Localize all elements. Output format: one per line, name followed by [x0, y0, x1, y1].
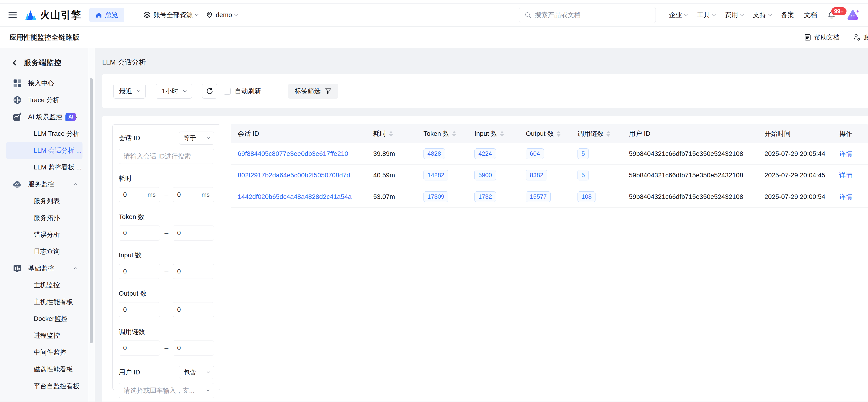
sidebar-item-llm-trace-analysis[interactable]: LLM Trace 分析 — [6, 125, 83, 142]
sidebar-scrollbar-thumb[interactable] — [90, 78, 93, 343]
range-separator: – — [163, 306, 170, 314]
col-header-output[interactable]: Output 数 — [519, 129, 570, 138]
chains-min-input[interactable] — [123, 344, 156, 352]
output-tag[interactable]: 15577 — [526, 191, 551, 202]
account-resources-dropdown[interactable]: 账号全部资源 — [143, 10, 198, 20]
auto-refresh-group: 自动刷新 — [224, 87, 261, 96]
detail-link[interactable]: 详情 — [839, 150, 852, 157]
tokens-tag[interactable]: 4828 — [424, 148, 445, 159]
menu-support[interactable]: 支持 — [753, 10, 771, 20]
sidebar-item-platform-self-monitoring-dashboard[interactable]: 平台自监控看板 — [6, 378, 83, 395]
sidebar-item-trace-analysis[interactable]: Trace 分析 — [6, 92, 83, 109]
output-min-input[interactable] — [123, 306, 156, 313]
overview-button[interactable]: 总览 — [89, 8, 124, 22]
refresh-button[interactable] — [202, 84, 217, 99]
token-min-input[interactable] — [123, 229, 156, 237]
session-id-search-input[interactable] — [119, 149, 214, 164]
token-max-input[interactable] — [177, 229, 210, 237]
sidebar-item-middleware-monitoring[interactable]: 中间件监控 — [6, 344, 83, 361]
chevron-up-icon[interactable] — [73, 183, 77, 186]
start-time-cell: 2025-07-29 20:05:44 — [757, 150, 832, 157]
time-mode-select[interactable]: 最近 — [113, 84, 146, 99]
trace-icon — [12, 95, 22, 105]
layers-icon — [143, 11, 151, 19]
input-tag[interactable]: 4224 — [474, 148, 496, 159]
input-min-input[interactable] — [123, 268, 156, 275]
menu-enterprise[interactable]: 企业 — [669, 10, 687, 20]
menu-filing[interactable]: 备案 — [781, 10, 794, 20]
col-header-tokens[interactable]: Token 数 — [416, 129, 467, 138]
chains-tag[interactable]: 5 — [578, 170, 589, 181]
sidebar-item-llm-dashboard[interactable]: LLM 监控看板 ... — [6, 159, 83, 176]
sidebar-item-ai-scene-monitoring[interactable]: AI 场景监控 AI — [6, 109, 83, 125]
sidebar-item-access-center[interactable]: 接入中心 — [6, 75, 83, 92]
sidebar-item-docker-monitoring[interactable]: Docker监控 — [6, 310, 83, 327]
output-tag[interactable]: 8382 — [526, 170, 547, 181]
chains-tag[interactable]: 108 — [578, 191, 595, 202]
sort-icon[interactable] — [452, 131, 456, 137]
sort-icon[interactable] — [607, 131, 610, 137]
time-range-select[interactable]: 1小时 — [156, 84, 192, 99]
help-docs-link[interactable]: 帮助文档 — [804, 33, 839, 41]
tokens-tag[interactable]: 17309 — [424, 191, 448, 202]
sidebar-item-basic-monitoring[interactable]: 基础监控 — [6, 260, 83, 277]
chains-max-input[interactable] — [177, 344, 210, 352]
user-avatar[interactable] — [846, 8, 860, 22]
account-permissions-link[interactable]: 账号权限 — [853, 33, 868, 41]
session-id-link[interactable]: 1442df020b65dc4a48a4828d2c41a54a — [238, 193, 351, 200]
sort-icon[interactable] — [557, 131, 560, 137]
sidebar-item-process-monitoring[interactable]: 进程监控 — [6, 327, 83, 344]
menu-docs[interactable]: 文档 — [804, 10, 817, 20]
brand-logo[interactable]: 火山引擎 — [25, 8, 81, 22]
chevron-down-icon — [235, 12, 238, 16]
input-filter-label: Input 数 — [119, 251, 214, 260]
chevron-up-icon[interactable] — [73, 267, 77, 271]
sidebar: 服务端监控 接入中心 — [0, 48, 95, 402]
chains-tag[interactable]: 5 — [578, 148, 589, 159]
tag-filter-button[interactable]: 标签筛选 — [288, 84, 338, 99]
global-search[interactable] — [519, 7, 656, 23]
notifications-button[interactable]: 99+ — [827, 10, 836, 20]
menu-tools[interactable]: 工具 — [697, 10, 715, 20]
user-id-operator-select[interactable]: 包含 — [179, 366, 214, 379]
input-tag[interactable]: 1732 — [474, 191, 496, 202]
col-header-input[interactable]: Input 数 — [467, 129, 519, 138]
sidebar-item-disk-performance-dashboard[interactable]: 磁盘性能看板 — [6, 361, 83, 378]
table-row: 69f884405c8077e3ee0db3e617ffe210 39.89m … — [231, 143, 868, 164]
col-header-chains[interactable]: 调用链数 — [570, 129, 622, 138]
input-tag[interactable]: 5900 — [474, 170, 496, 181]
output-tag[interactable]: 604 — [526, 148, 544, 159]
sidebar-item-service-monitoring[interactable]: 服务监控 — [6, 176, 83, 193]
menu-billing[interactable]: 费用 — [725, 10, 743, 20]
sidebar-item-service-topology[interactable]: 服务拓扑 — [6, 209, 83, 226]
output-max-input[interactable] — [177, 306, 210, 313]
search-icon — [524, 11, 531, 19]
session-id-link[interactable]: 69f884405c8077e3ee0db3e617ffe210 — [238, 150, 348, 157]
sidebar-item-llm-session-analysis[interactable]: LLM 会话分析 ... — [6, 142, 83, 159]
sort-icon[interactable] — [500, 131, 504, 137]
duration-min-input[interactable] — [123, 191, 146, 198]
search-input[interactable] — [535, 11, 650, 19]
auto-refresh-checkbox[interactable] — [224, 88, 231, 95]
sidebar-item-service-list[interactable]: 服务列表 — [6, 193, 83, 209]
filter-panel: 会话 ID 等于 耗时 ms – — [113, 124, 220, 390]
sidebar-item-error-analysis[interactable]: 错误分析 — [6, 226, 83, 243]
sidebar-item-host-monitoring[interactable]: 主机监控 — [6, 277, 83, 293]
sort-icon[interactable] — [389, 131, 393, 137]
sidebar-item-log-query[interactable]: 日志查询 — [6, 243, 83, 260]
hamburger-menu-icon[interactable] — [8, 12, 17, 18]
tokens-tag[interactable]: 14282 — [424, 170, 448, 181]
sidebar-item-host-performance-dashboard[interactable]: 主机性能看板 — [6, 293, 83, 310]
col-header-duration[interactable]: 耗时 — [366, 129, 416, 138]
input-max-input[interactable] — [177, 268, 210, 275]
grid-icon — [12, 79, 22, 88]
sidebar-back-header[interactable]: 服务端监控 — [0, 55, 95, 68]
region-dropdown[interactable]: demo — [206, 11, 237, 19]
detail-link[interactable]: 详情 — [839, 172, 852, 179]
session-id-link[interactable]: 802f2917b2da64e5c00b2f5050708d7d — [238, 172, 350, 179]
brand-name: 火山引擎 — [40, 8, 81, 22]
detail-link[interactable]: 详情 — [839, 193, 852, 200]
user-id-select[interactable]: 请选择或回车输入，支... — [119, 383, 214, 398]
session-id-operator-select[interactable]: 等于 — [179, 131, 214, 145]
duration-max-input[interactable] — [177, 191, 199, 198]
